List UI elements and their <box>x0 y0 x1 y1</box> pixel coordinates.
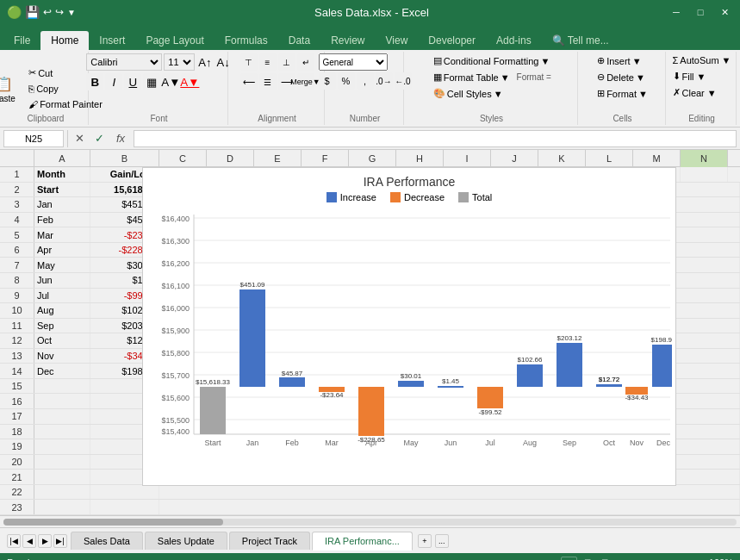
top-align-btn[interactable]: ⊤ <box>240 53 258 71</box>
sheet-tab-project-track[interactable]: Project Track <box>229 532 310 550</box>
bottom-align-btn[interactable]: ⊥ <box>278 53 295 71</box>
minimize-btn[interactable]: ─ <box>668 3 685 21</box>
redo-btn[interactable]: ↪ <box>55 6 64 18</box>
col-header-n[interactable]: N <box>681 150 728 167</box>
chart-container[interactable]: IRA Performance Increase Decrease Total … <box>142 167 676 486</box>
currency-btn[interactable]: $ <box>319 72 336 90</box>
cancel-formula-btn[interactable]: ✕ <box>72 132 88 145</box>
sheet-tab-sales-data[interactable]: Sales Data <box>71 532 143 550</box>
center-align-btn[interactable]: ☰ <box>259 73 277 90</box>
number-format-select[interactable]: General <box>319 53 388 71</box>
middle-align-btn[interactable]: ≡ <box>259 53 277 71</box>
cell-a1[interactable]: Month <box>34 167 90 182</box>
col-header-g[interactable]: G <box>349 150 396 167</box>
close-btn[interactable]: ✕ <box>716 3 733 21</box>
cell-a13[interactable]: Nov <box>34 349 90 364</box>
col-header-e[interactable]: E <box>254 150 302 167</box>
col-header-i[interactable]: I <box>444 150 491 167</box>
cell-a12[interactable]: Oct <box>34 333 90 348</box>
italic-btn[interactable]: I <box>105 73 122 90</box>
decrease-font-btn[interactable]: A↓ <box>215 55 232 70</box>
dec-increase-btn[interactable]: .0→ <box>376 72 393 90</box>
fill-btn[interactable]: ⬇ Fill ▼ <box>669 69 710 84</box>
insert-cells-btn[interactable]: ⊕ Insert ▼ <box>594 53 644 68</box>
cell-a6[interactable]: Apr <box>34 243 90 258</box>
percent-btn[interactable]: % <box>338 72 355 90</box>
sheet-tab-ira[interactable]: IRA Performanc... <box>312 532 413 551</box>
cell-a10[interactable]: Aug <box>34 303 90 318</box>
more-sheets-btn[interactable]: ... <box>435 534 449 548</box>
cell-styles-btn[interactable]: 🎨 Cell Styles ▼ <box>430 86 507 101</box>
increase-font-btn[interactable]: A↑ <box>196 55 213 70</box>
tab-scroll-left[interactable]: ◀ <box>22 534 36 548</box>
font-size-select[interactable]: 11 <box>164 53 195 71</box>
page-break-view-btn[interactable]: ⊟ <box>598 557 612 561</box>
col-header-f[interactable]: F <box>302 150 349 167</box>
tab-file[interactable]: File <box>3 31 40 50</box>
col-header-j[interactable]: J <box>491 150 538 167</box>
bold-btn[interactable]: B <box>86 73 103 90</box>
cell-a11[interactable]: Sep <box>34 319 90 333</box>
col-header-h[interactable]: H <box>396 150 444 167</box>
name-box[interactable] <box>3 130 64 147</box>
cell-a9[interactable]: Jul <box>34 289 90 303</box>
cell-a7[interactable]: May <box>34 258 90 272</box>
page-layout-view-btn[interactable]: ⊞ <box>581 557 594 561</box>
col-header-d[interactable]: D <box>207 150 254 167</box>
col-header-c[interactable]: C <box>159 150 207 167</box>
tab-addins[interactable]: Add-ins <box>486 31 542 50</box>
tab-scroll-right-last[interactable]: ▶| <box>53 534 67 548</box>
normal-view-btn[interactable]: ▤ <box>561 557 577 561</box>
sum-btn[interactable]: Σ AutoSum ▼ <box>669 53 735 67</box>
horizontal-scrollbar[interactable] <box>0 515 740 527</box>
scrollbar-track[interactable] <box>3 519 737 526</box>
tab-scroll-left-first[interactable]: |◀ <box>7 534 21 548</box>
cell-a4[interactable]: Feb <box>34 213 90 227</box>
add-sheet-btn[interactable]: + <box>418 534 432 548</box>
cell-a8[interactable]: Jun <box>34 273 90 288</box>
tab-review[interactable]: Review <box>320 31 375 50</box>
col-header-m[interactable]: M <box>633 150 681 167</box>
tab-developer[interactable]: Developer <box>418 31 486 50</box>
confirm-formula-btn[interactable]: ✓ <box>91 132 108 145</box>
left-align-btn[interactable]: ⟵ <box>240 73 258 90</box>
cell-a3[interactable]: Jan <box>34 197 90 212</box>
col-header-b[interactable]: B <box>90 150 159 167</box>
delete-cells-btn[interactable]: ⊖ Delete ▼ <box>594 70 649 84</box>
tab-view[interactable]: View <box>376 31 419 50</box>
col-header-a[interactable]: A <box>34 150 90 167</box>
comma-btn[interactable]: , <box>357 72 374 90</box>
scrollbar-thumb[interactable] <box>3 519 223 526</box>
merge-btn[interactable]: Merge▼ <box>297 73 314 90</box>
border-btn[interactable]: ▦ <box>143 73 160 90</box>
tab-data[interactable]: Data <box>278 31 320 50</box>
col-header-k[interactable]: K <box>538 150 586 167</box>
tab-home[interactable]: Home <box>40 31 89 50</box>
undo-btn[interactable]: ↩ <box>43 6 52 18</box>
wrap-text-btn[interactable]: ↵ <box>297 53 314 71</box>
tab-scroll-right[interactable]: ▶ <box>38 534 52 548</box>
font-name-select[interactable]: Calibri <box>86 53 162 71</box>
maximize-btn[interactable]: □ <box>692 3 709 21</box>
paste-btn[interactable]: 📋 Paste <box>0 71 23 106</box>
format-table-btn[interactable]: ▦ Format Table ▼ <box>430 70 513 84</box>
cell-a2[interactable]: Start <box>34 183 90 197</box>
formula-input[interactable] <box>134 130 737 147</box>
customize-btn[interactable]: ▼ <box>67 8 76 17</box>
col-header-l[interactable]: L <box>586 150 633 167</box>
font-color-btn[interactable]: A▼ <box>181 73 198 90</box>
underline-btn[interactable]: U <box>124 73 141 90</box>
cell-a5[interactable]: Mar <box>34 227 90 242</box>
fill-color-btn[interactable]: A▼ <box>162 73 179 90</box>
sheet-tab-sales-update[interactable]: Sales Update <box>145 532 227 550</box>
quick-save[interactable]: 💾 <box>25 5 40 19</box>
cell-n1[interactable] <box>681 167 728 182</box>
conditional-formatting-btn[interactable]: ▤ Conditional Formatting ▼ <box>430 53 554 68</box>
tab-insert[interactable]: Insert <box>89 31 135 50</box>
format-cells-btn[interactable]: ⊞ Format ▼ <box>594 86 651 101</box>
tab-formulas[interactable]: Formulas <box>215 31 278 50</box>
clear-btn[interactable]: ✗ Clear ▼ <box>669 85 720 100</box>
tab-page-layout[interactable]: Page Layout <box>135 31 214 50</box>
cell-a14[interactable]: Dec <box>34 364 90 378</box>
tab-tell-me[interactable]: 🔍Tell me... <box>542 31 619 50</box>
